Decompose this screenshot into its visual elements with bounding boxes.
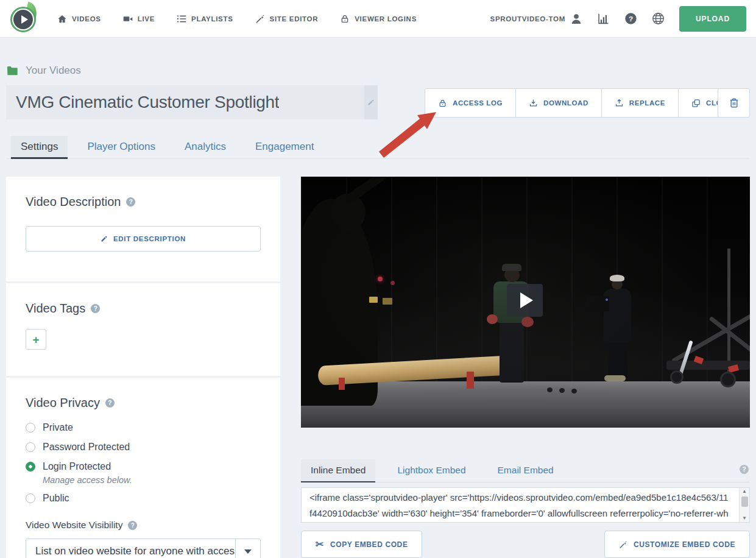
nav-viewer-logins[interactable]: VIEWER LOGINS xyxy=(340,14,417,24)
description-help-icon[interactable]: ? xyxy=(126,197,135,207)
embed-code-box: <iframe class='sproutvideo-player' src='… xyxy=(301,487,750,523)
nav-live[interactable]: LIVE xyxy=(123,14,155,24)
nav-videos[interactable]: VIDEOS xyxy=(57,14,101,24)
privacy-help-icon[interactable]: ? xyxy=(105,398,115,408)
embed-code-text[interactable]: <iframe class='sproutvideo-player' src='… xyxy=(302,488,749,522)
copy-embed-code-label: COPY EMBED CODE xyxy=(330,540,408,549)
globe-icon xyxy=(652,12,665,25)
play-logo-icon xyxy=(13,10,33,29)
video-tabs: Settings Player Options Analytics Engage… xyxy=(6,136,750,159)
tab-analytics[interactable]: Analytics xyxy=(175,136,236,158)
privacy-option-password-protected[interactable]: Password Protected xyxy=(26,442,261,453)
download-icon xyxy=(529,99,538,108)
upload-button[interactable]: UPLOAD xyxy=(679,6,746,32)
video-privacy-heading: Video Privacy xyxy=(26,396,100,410)
wand-icon xyxy=(255,14,265,24)
customize-embed-code-button[interactable]: CUSTOMIZE EMBED CODE xyxy=(604,531,750,558)
nav-playlists-label: PLAYLISTS xyxy=(191,15,233,23)
nav-site-editor-label: SITE EDITOR xyxy=(270,15,319,23)
wand-icon xyxy=(619,540,627,549)
page-content: Your Videos VMG Cinematic Customer Spotl… xyxy=(0,65,756,558)
nav-playlists[interactable]: PLAYLISTS xyxy=(177,14,233,24)
account-menu[interactable]: SPROUTVIDEO-TOM xyxy=(490,13,582,25)
visibility-help-icon[interactable]: ? xyxy=(128,521,137,530)
clone-icon xyxy=(691,99,701,108)
person-icon xyxy=(570,13,582,25)
video-title: VMG Cinematic Customer Spotlight xyxy=(16,93,279,112)
radio-password-protected[interactable] xyxy=(26,442,35,452)
tab-engagement[interactable]: Engagement xyxy=(246,136,323,158)
access-log-button[interactable]: ACCESS LOG xyxy=(425,88,516,118)
scroll-up-icon[interactable]: ▲ xyxy=(742,489,747,494)
video-description-heading: Video Description xyxy=(26,195,121,209)
radio-public[interactable] xyxy=(26,493,35,503)
main-columns: Video Description ? EDIT DESCRIPTION Vid… xyxy=(6,177,750,558)
add-tag-button[interactable]: + xyxy=(26,329,46,350)
pencil-icon xyxy=(101,235,108,242)
top-navigation-bar: VIDEOS LIVE PLAYLISTS SITE EDITOR VIEWER… xyxy=(0,0,756,38)
replace-label: REPLACE xyxy=(629,99,665,107)
camera-operator-left-silhouette xyxy=(301,199,378,406)
help-icon: ? xyxy=(624,12,637,25)
radio-password-protected-label: Password Protected xyxy=(43,442,130,453)
video-privacy-card: Video Privacy ? Private Password Protect… xyxy=(6,378,280,558)
privacy-option-login-protected[interactable]: Login Protected xyxy=(26,461,261,472)
upload-icon xyxy=(615,99,624,108)
account-name: SPROUTVIDEO-TOM xyxy=(490,15,565,23)
visibility-select[interactable]: List on video website for anyone with ac… xyxy=(26,539,261,558)
privacy-option-public[interactable]: Public xyxy=(26,493,261,504)
access-log-label: ACCESS LOG xyxy=(453,99,503,107)
stats-button[interactable] xyxy=(597,12,610,25)
embed-help-icon[interactable]: ? xyxy=(740,465,749,474)
edit-description-button[interactable]: EDIT DESCRIPTION xyxy=(26,226,261,252)
copy-embed-code-button[interactable]: ✂ COPY EMBED CODE xyxy=(301,531,422,558)
tags-help-icon[interactable]: ? xyxy=(91,304,100,313)
stats-icon xyxy=(597,12,610,25)
preview-column: Inline Embed Lightbox Embed Email Embed … xyxy=(301,177,750,558)
scrollbar-thumb[interactable] xyxy=(741,496,748,507)
nav-live-label: LIVE xyxy=(138,15,155,23)
breadcrumb[interactable]: Your Videos xyxy=(6,65,750,77)
topbar-right: SPROUTVIDEO-TOM ? UPLOAD xyxy=(490,6,746,32)
radio-private[interactable] xyxy=(26,423,35,433)
video-title-field[interactable]: VMG Cinematic Customer Spotlight xyxy=(6,85,378,119)
video-tags-heading: Video Tags xyxy=(26,302,85,316)
title-row: VMG Cinematic Customer Spotlight ACCESS … xyxy=(6,85,750,119)
svg-text:?: ? xyxy=(629,15,633,23)
nav-videos-label: VIDEOS xyxy=(72,15,101,23)
edit-description-label: EDIT DESCRIPTION xyxy=(113,235,186,242)
settings-column: Video Description ? EDIT DESCRIPTION Vid… xyxy=(6,177,280,558)
replace-button[interactable]: REPLACE xyxy=(602,88,679,118)
radio-login-protected[interactable] xyxy=(26,462,35,471)
download-button[interactable]: DOWNLOAD xyxy=(516,88,602,118)
embed-tabs: Inline Embed Lightbox Embed Email Embed … xyxy=(301,459,750,482)
visibility-select-value: List on video website for anyone with ac… xyxy=(26,539,235,558)
sproutvideo-logo[interactable] xyxy=(10,4,39,34)
app-root: VIDEOS LIVE PLAYLISTS SITE EDITOR VIEWER… xyxy=(0,0,756,558)
folder-icon xyxy=(6,65,19,76)
language-button[interactable] xyxy=(652,12,665,25)
home-icon xyxy=(57,14,67,24)
scissors-icon: ✂ xyxy=(316,540,324,549)
tab-inline-embed[interactable]: Inline Embed xyxy=(301,459,375,482)
tab-lightbox-embed[interactable]: Lightbox Embed xyxy=(387,459,475,482)
privacy-option-private[interactable]: Private xyxy=(26,422,261,433)
tab-player-options[interactable]: Player Options xyxy=(77,136,165,158)
tab-email-embed[interactable]: Email Embed xyxy=(488,459,563,482)
balance-beam xyxy=(317,355,514,386)
login-protected-note: Manage access below. xyxy=(43,475,261,485)
video-player[interactable] xyxy=(301,177,750,428)
video-tags-card: Video Tags ? + xyxy=(6,283,280,376)
help-button[interactable]: ? xyxy=(624,12,637,25)
caret-down-icon[interactable] xyxy=(235,539,260,558)
breadcrumb-label: Your Videos xyxy=(26,65,81,77)
camera-rig xyxy=(727,249,730,384)
edit-title-icon[interactable] xyxy=(364,85,378,119)
nav-site-editor[interactable]: SITE EDITOR xyxy=(255,14,319,24)
play-button[interactable] xyxy=(507,284,543,317)
scroll-down-icon[interactable]: ▼ xyxy=(742,516,747,521)
tab-settings[interactable]: Settings xyxy=(11,136,68,159)
customize-embed-code-label: CUSTOMIZE EMBED CODE xyxy=(634,540,735,549)
delete-video-button[interactable] xyxy=(718,88,750,118)
visibility-label: Video Website Visibility xyxy=(26,520,122,531)
